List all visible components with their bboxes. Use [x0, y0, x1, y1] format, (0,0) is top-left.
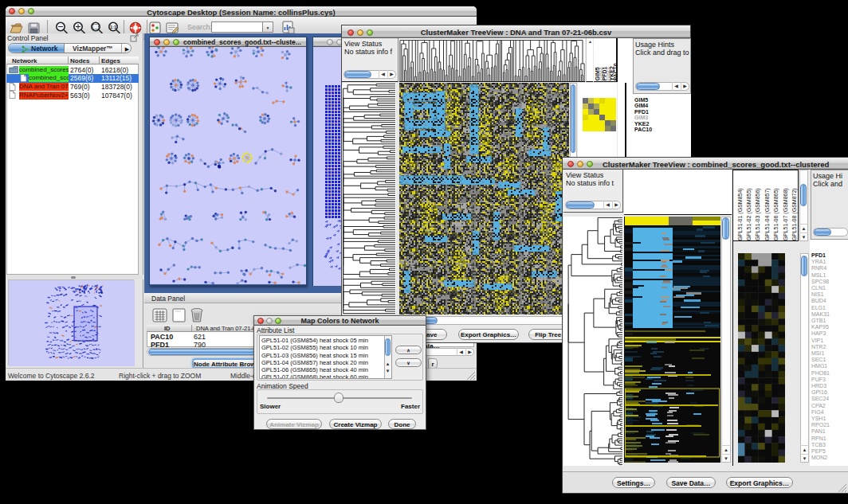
svg-text:1:1: 1:1: [110, 25, 116, 29]
